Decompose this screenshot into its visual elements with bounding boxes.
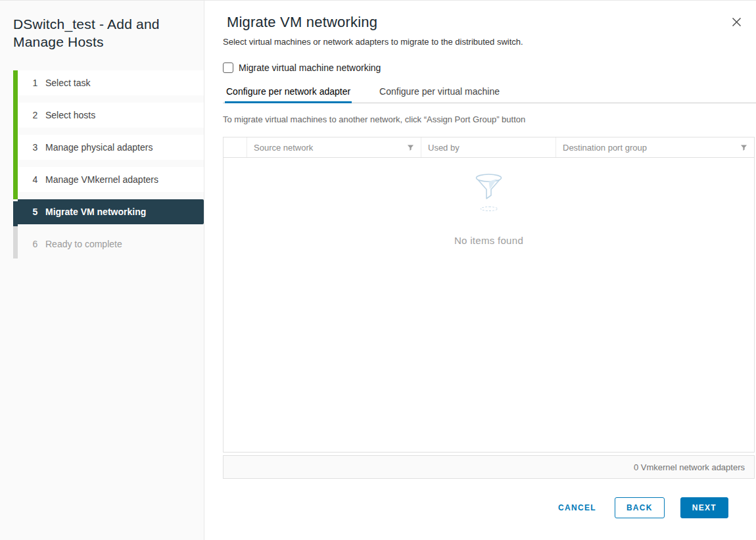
column-header-source-network: Source network (247, 137, 421, 157)
step-number: 1 (31, 78, 39, 88)
migrate-networking-checkbox[interactable] (223, 62, 233, 73)
info-text: To migrate virtual machines to another n… (223, 114, 756, 124)
adapter-count-text: 0 Vmkernel network adapters (634, 462, 745, 472)
step-label: Migrate VM networking (45, 207, 146, 217)
funnel-shadow (481, 207, 498, 211)
column-header-used-by: Used by (421, 137, 556, 157)
track-upcoming-segment (13, 226, 18, 258)
page-title: Migrate VM networking (223, 14, 756, 31)
next-button[interactable]: NEXT (680, 497, 728, 518)
empty-state-text: No items found (454, 235, 523, 246)
step-number: 5 (31, 207, 39, 217)
step-select-hosts[interactable]: 2 Select hosts (18, 103, 204, 128)
empty-state: No items found (224, 172, 754, 246)
column-label: Source network (254, 143, 407, 153)
config-tabs: Configure per network adapter Configure … (223, 86, 756, 103)
step-label: Ready to complete (45, 239, 122, 249)
step-number: 3 (31, 142, 39, 153)
step-label: Select task (45, 78, 90, 88)
network-adapters-table: Source network Used by Destination port … (223, 137, 755, 453)
step-label: Select hosts (45, 110, 95, 120)
track-active-segment (13, 201, 18, 226)
wizard-main-panel: Migrate VM networking Select virtual mac… (204, 1, 756, 540)
step-label: Manage physical adapters (45, 142, 153, 153)
table-header-row: Source network Used by Destination port … (224, 137, 754, 158)
wizard-sidebar: DSwitch_test - Add and Manage Hosts 1 Se… (0, 1, 204, 540)
migrate-networking-checkbox-label[interactable]: Migrate virtual machine networking (239, 62, 381, 73)
table-footer: 0 Vmkernel network adapters (223, 455, 755, 479)
tab-configure-per-network-adapter[interactable]: Configure per network adapter (225, 86, 352, 103)
filter-icon[interactable] (407, 144, 414, 151)
step-progress-track (13, 70, 18, 258)
column-header-destination-port-group: Destination port group (556, 137, 754, 157)
track-completed-segment (13, 70, 18, 199)
column-label: Destination port group (563, 143, 740, 153)
wizard-steps: 1 Select task 2 Select hosts 3 Manage ph… (13, 70, 204, 257)
wizard-actions: CANCEL BACK NEXT (223, 497, 728, 518)
migrate-networking-checkbox-row: Migrate virtual machine networking (223, 62, 756, 73)
add-and-manage-hosts-wizard: DSwitch_test - Add and Manage Hosts 1 Se… (0, 0, 756, 540)
back-button[interactable]: BACK (615, 497, 665, 518)
wizard-title: DSwitch_test - Add and Manage Hosts (0, 15, 204, 51)
step-migrate-vm-networking[interactable]: 5 Migrate VM networking (18, 199, 204, 224)
tab-configure-per-virtual-machine[interactable]: Configure per virtual machine (378, 86, 501, 103)
step-number: 4 (31, 174, 39, 185)
column-label: Used by (428, 143, 549, 153)
funnel-icon (472, 172, 506, 204)
step-ready-to-complete[interactable]: 6 Ready to complete (18, 232, 204, 257)
close-icon[interactable] (730, 15, 743, 28)
step-number: 6 (31, 239, 39, 249)
page-subtitle: Select virtual machines or network adapt… (223, 37, 756, 47)
step-number: 2 (31, 110, 39, 120)
table-body-empty: No items found (224, 158, 754, 452)
filter-icon[interactable] (740, 144, 747, 151)
step-select-task[interactable]: 1 Select task (18, 70, 204, 95)
step-label: Manage VMkernel adapters (45, 174, 158, 185)
step-manage-vmkernel-adapters[interactable]: 4 Manage VMkernel adapters (18, 167, 204, 192)
column-header-handle (224, 137, 247, 157)
cancel-button[interactable]: CANCEL (555, 497, 599, 518)
step-manage-physical-adapters[interactable]: 3 Manage physical adapters (18, 135, 204, 160)
